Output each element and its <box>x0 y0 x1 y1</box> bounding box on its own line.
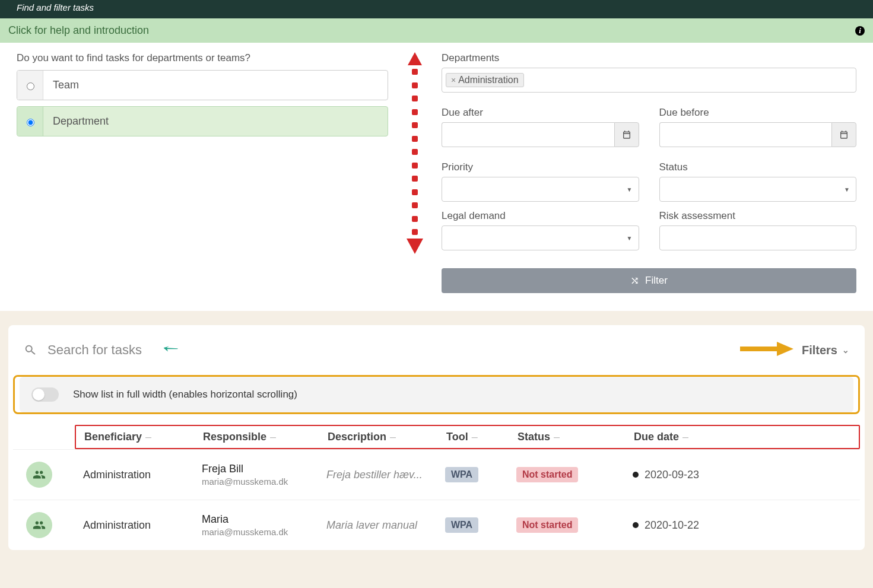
fullwidth-row: Show list in full width (enables horizon… <box>20 377 853 412</box>
due-cell: 2020-10-22 <box>633 519 722 532</box>
filter-panel: Do you want to find tasks for department… <box>0 43 873 311</box>
radio-team-label: Team <box>43 71 388 100</box>
radio-department[interactable]: Department <box>17 106 388 136</box>
risk-input[interactable] <box>659 225 857 250</box>
beneficiary-cell: Administration <box>83 469 202 481</box>
annotation-green-arrow <box>160 339 180 360</box>
responsible-cell: Freja Bill maria@musskema.dk <box>202 463 326 487</box>
responsible-cell: Maria maria@musskema.dk <box>202 513 326 537</box>
department-tag-text: Administration <box>458 75 518 85</box>
beneficiary-cell: Administration <box>83 519 202 532</box>
radio-department-label: Department <box>43 107 388 136</box>
priority-select[interactable]: ▼ <box>442 177 639 202</box>
annotation-red-arrow <box>405 52 425 254</box>
chevron-down-icon: ▼ <box>627 235 633 241</box>
radio-department-input[interactable] <box>27 119 34 126</box>
chevron-down-icon: ▼ <box>844 186 850 193</box>
tool-cell: WPA <box>445 517 516 533</box>
description-cell: Freja bestiller hæv... <box>326 469 445 481</box>
table-row[interactable]: Administration Freja Bill maria@musskema… <box>13 449 860 500</box>
col-description[interactable]: Description– <box>328 431 446 443</box>
priority-label: Priority <box>442 161 639 173</box>
chevron-down-icon: ⌄ <box>842 345 849 355</box>
group-icon <box>26 512 52 538</box>
filter-button-label: Filter <box>645 275 668 287</box>
radio-team[interactable]: Team <box>17 70 388 100</box>
help-text: Click for help and introduction <box>8 24 149 37</box>
status-label: Status <box>659 161 857 173</box>
group-icon <box>26 462 52 488</box>
scope-question: Do you want to find tasks for department… <box>17 52 388 64</box>
col-status[interactable]: Status– <box>518 431 634 443</box>
results-panel: Search for tasks Filters ⌄ Show list in … <box>8 325 865 550</box>
top-bar-title: Find and filter tasks <box>17 2 94 12</box>
top-bar: Find and filter tasks <box>0 0 873 18</box>
risk-label: Risk assessment <box>659 210 857 222</box>
chevron-down-icon: ▼ <box>627 186 633 193</box>
due-cell: 2020-09-23 <box>633 469 722 481</box>
annotation-orange-box: Show list in full width (enables horizon… <box>13 375 860 414</box>
departments-label: Departments <box>442 52 856 64</box>
help-bar[interactable]: Click for help and introduction i <box>0 18 873 43</box>
description-cell: Maria laver manual <box>326 519 445 532</box>
col-due[interactable]: Due date– <box>634 431 723 443</box>
radio-team-input[interactable] <box>27 82 34 90</box>
search-area[interactable]: Search for tasks <box>24 342 170 358</box>
filters-toggle[interactable]: Filters ⌄ <box>802 344 849 357</box>
table-row[interactable]: Administration Maria maria@musskema.dk M… <box>13 500 860 550</box>
calendar-icon[interactable] <box>614 122 639 147</box>
legal-label: Legal demand <box>442 210 639 222</box>
filter-button[interactable]: Filter <box>442 268 856 293</box>
legal-select[interactable]: ▼ <box>442 225 639 250</box>
fullwidth-toggle[interactable] <box>31 387 59 402</box>
task-table: Beneficiary– Responsible– Description– T… <box>8 414 865 550</box>
fullwidth-label: Show list in full width (enables horizon… <box>73 389 297 401</box>
status-cell: Not started <box>516 517 633 533</box>
due-after-input[interactable] <box>442 122 614 147</box>
col-beneficiary[interactable]: Beneficiary– <box>84 431 203 443</box>
info-icon: i <box>855 26 865 36</box>
annotation-orange-arrow <box>740 342 793 358</box>
radio-team-cell <box>17 71 43 100</box>
search-icon <box>24 344 37 357</box>
status-cell: Not started <box>516 467 633 482</box>
filters-column: Departments × Administration Due after <box>442 52 856 293</box>
annotation-red-box: Beneficiary– Responsible– Description– T… <box>75 425 860 449</box>
col-responsible[interactable]: Responsible– <box>203 431 328 443</box>
calendar-icon[interactable] <box>831 122 856 147</box>
search-placeholder: Search for tasks <box>47 342 142 358</box>
due-after-label: Due after <box>442 107 639 119</box>
col-tool[interactable]: Tool– <box>446 431 518 443</box>
department-tag: × Administration <box>446 73 524 87</box>
tool-cell: WPA <box>445 467 516 482</box>
filters-label: Filters <box>802 344 837 357</box>
scope-column: Do you want to find tasks for department… <box>17 52 388 293</box>
shuffle-icon <box>630 274 639 287</box>
status-select[interactable]: ▼ <box>659 177 857 202</box>
due-before-label: Due before <box>659 107 857 119</box>
tag-remove-icon[interactable]: × <box>451 75 456 85</box>
departments-input[interactable]: × Administration <box>442 68 856 93</box>
due-before-input[interactable] <box>659 122 832 147</box>
arrow-down-icon <box>407 239 423 254</box>
arrow-up-icon <box>408 52 422 65</box>
radio-dept-cell <box>17 107 43 136</box>
